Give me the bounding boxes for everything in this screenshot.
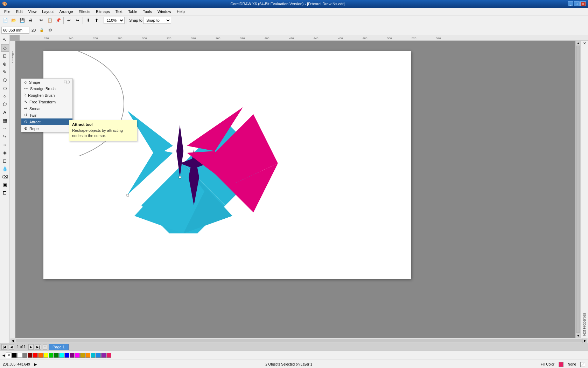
swatch-violet[interactable] — [101, 353, 106, 358]
tool-rect[interactable]: ▭ — [1, 84, 9, 92]
page-first[interactable]: |◀ — [1, 344, 7, 350]
page-prev[interactable]: ◀ — [9, 344, 14, 350]
swatch-purple[interactable] — [70, 353, 75, 358]
hscroll-right[interactable]: ▶ — [582, 339, 587, 343]
swatch-lightblue[interactable] — [91, 353, 96, 358]
tool-crop[interactable]: ⊡ — [1, 52, 9, 60]
swatch-black[interactable] — [12, 353, 17, 358]
menu-twirl[interactable]: ↺ Twirl — [21, 112, 72, 118]
menu-edit[interactable]: Edit — [13, 8, 26, 15]
redo-btn[interactable]: ↪ — [74, 16, 81, 24]
swatch-red[interactable] — [33, 353, 38, 358]
tool-zoom[interactable]: ⊕ — [1, 60, 9, 68]
window-controls[interactable]: _ □ ✕ — [568, 1, 586, 6]
menu-tools[interactable]: Tools — [140, 8, 155, 15]
swatch-darkgreen[interactable] — [54, 353, 59, 358]
tool-smart[interactable]: ⬡ — [1, 76, 9, 84]
palette-nav-left[interactable]: ◀ — [1, 353, 6, 358]
menu-table[interactable]: Table — [125, 8, 140, 15]
swatch-cyan[interactable] — [59, 353, 64, 358]
tool-table[interactable]: ▦ — [1, 116, 9, 124]
menu-text[interactable]: Text — [113, 8, 125, 15]
tool-ellipse[interactable]: ○ — [1, 92, 9, 100]
snap-select[interactable]: Snap to — [143, 17, 171, 24]
maximize-btn[interactable]: □ — [574, 1, 580, 6]
new-btn[interactable]: 📄 — [1, 16, 9, 24]
lock-ratio-btn[interactable]: 🔒 — [38, 26, 46, 34]
tool-eraser[interactable]: ⌫ — [1, 173, 9, 180]
paste-btn[interactable]: 📌 — [54, 16, 62, 24]
swatch-gray[interactable] — [22, 353, 27, 358]
swatch-blue[interactable] — [64, 353, 69, 358]
undo-btn[interactable]: ↩ — [65, 16, 73, 24]
menu-effects[interactable]: Effects — [76, 8, 93, 15]
menu-arrange[interactable]: Arrange — [56, 8, 76, 15]
play-btn[interactable]: ▶ — [34, 362, 37, 366]
menu-view[interactable]: View — [26, 8, 40, 15]
page-add[interactable]: + — [43, 344, 47, 350]
menu-file[interactable]: File — [1, 8, 13, 15]
page-next[interactable]: ▶ — [28, 344, 34, 350]
coord-x[interactable] — [1, 27, 29, 34]
vscrollbar[interactable]: ▲ ▼ — [575, 41, 580, 338]
menu-layout[interactable]: Layout — [39, 8, 56, 15]
hscrollbar[interactable]: ◀ ▶ — [10, 338, 588, 343]
canvas-wrapper[interactable]: ◇ Shape F10 〰 Smudge Brush ⌇ Roughen Bru… — [15, 41, 575, 338]
swatch-orange[interactable] — [38, 353, 43, 358]
menu-shape[interactable]: ◇ Shape F10 — [21, 79, 72, 86]
swatch-magenta[interactable] — [75, 353, 80, 358]
menu-help[interactable]: Help — [174, 8, 188, 15]
page1-tab[interactable]: Page 1 — [49, 344, 69, 350]
svg-text:240: 240 — [69, 37, 74, 40]
tool-shape[interactable]: ◇ — [1, 44, 9, 52]
tool-text[interactable]: A — [1, 108, 9, 116]
menu-attract[interactable]: ⊙ Attract — [21, 118, 72, 125]
cut-btn[interactable]: ✂ — [37, 16, 45, 24]
vscroll-down[interactable]: ▼ — [576, 333, 581, 338]
zoom-select[interactable]: 110%100%75%50% — [104, 17, 125, 24]
save-btn[interactable]: 💾 — [18, 16, 26, 24]
swatch-gold[interactable] — [80, 353, 85, 358]
swatch-green[interactable] — [49, 353, 54, 358]
tool-connector[interactable]: ⤷ — [1, 132, 9, 140]
tool-fill[interactable]: ◈ — [1, 149, 9, 156]
tool-shadow[interactable]: ▣ — [1, 181, 9, 189]
menu-smear[interactable]: ↭ Smear — [21, 105, 72, 112]
tool-trans[interactable]: ⧠ — [1, 189, 9, 197]
open-btn[interactable]: 📂 — [10, 16, 18, 24]
swatch-pink[interactable] — [106, 353, 111, 358]
swatch-white[interactable] — [17, 353, 22, 358]
page-last[interactable]: ▶| — [35, 344, 41, 350]
tool-select[interactable]: ↖ — [1, 36, 9, 43]
color-none[interactable]: ✕ — [6, 353, 12, 358]
print-btn[interactable]: 🖨 — [27, 16, 34, 24]
hscroll-left[interactable]: ◀ — [10, 339, 15, 343]
menu-bitmaps[interactable]: Bitmaps — [93, 8, 113, 15]
vscroll-up[interactable]: ▲ — [576, 41, 581, 46]
tool-dim[interactable]: ↔ — [1, 124, 9, 132]
swatch-darkorange[interactable] — [85, 353, 90, 358]
tool-freehand[interactable]: ✎ — [1, 68, 9, 76]
hscroll-thumb[interactable] — [16, 339, 582, 342]
right-panel-close[interactable]: ✕ — [581, 41, 588, 46]
import-btn[interactable]: ⬇ — [84, 16, 92, 24]
close-btn[interactable]: ✕ — [580, 1, 586, 6]
swatch-yellow[interactable] — [43, 353, 48, 358]
tool-polygon[interactable]: ⬠ — [1, 100, 9, 108]
swatch-darkred[interactable] — [28, 353, 33, 358]
svg-text:220: 220 — [44, 37, 49, 40]
export-btn[interactable]: ⬆ — [93, 16, 100, 24]
vscroll-thumb[interactable] — [576, 46, 580, 333]
tool-blend[interactable]: ≈ — [1, 141, 9, 148]
tool-eyedrop[interactable]: 💧 — [1, 165, 9, 172]
swatch-cornflowerblue[interactable] — [96, 353, 101, 358]
transform-options-btn[interactable]: ⚙ — [46, 26, 54, 34]
copy-btn[interactable]: 📋 — [46, 16, 54, 24]
tool-outline[interactable]: ◻ — [1, 157, 9, 164]
menu-roughen[interactable]: ⌇ Roughen Brush — [21, 92, 72, 98]
menu-repel[interactable]: ⊛ Repel — [21, 125, 72, 132]
minimize-btn[interactable]: _ — [568, 1, 573, 6]
menu-smudge[interactable]: 〰 Smudge Brush — [21, 86, 72, 92]
menu-window[interactable]: Window — [155, 8, 174, 15]
menu-freetransform[interactable]: ⤡ Free Transform — [21, 98, 72, 105]
